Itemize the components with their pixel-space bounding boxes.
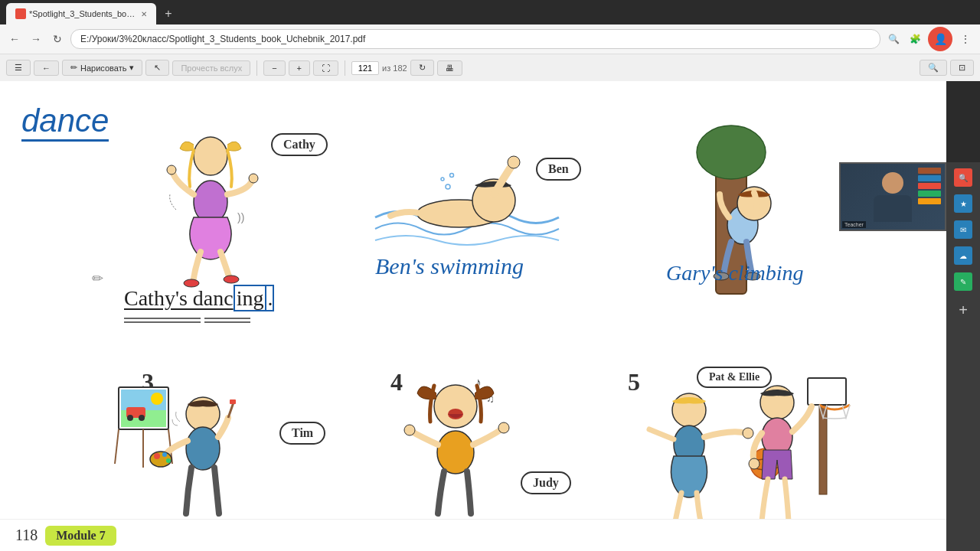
forward-button[interactable]: → bbox=[28, 31, 44, 47]
print-button[interactable]: 🖶 bbox=[437, 60, 462, 76]
dance-word: dance bbox=[21, 103, 109, 142]
svg-point-9 bbox=[508, 156, 520, 168]
sidebar-plus-button[interactable]: + bbox=[959, 302, 968, 319]
extensions-button[interactable]: 🧩 bbox=[906, 31, 923, 47]
svg-point-57 bbox=[749, 458, 760, 469]
webcam-body bbox=[874, 195, 912, 222]
svg-point-2 bbox=[167, 165, 176, 174]
svg-point-0 bbox=[194, 137, 227, 175]
fit-page-button[interactable]: ⛶ bbox=[313, 60, 338, 76]
sidebar-toggle-button[interactable]: ⊡ bbox=[950, 60, 974, 76]
svg-point-11 bbox=[441, 178, 444, 181]
pencil-icon: ✏ bbox=[70, 63, 77, 73]
webcam-bookshelf bbox=[918, 168, 941, 229]
pdf-page: dance Cathy bbox=[0, 81, 946, 551]
tim-name-bubble: Tim bbox=[279, 422, 325, 445]
svg-text:)): )) bbox=[237, 211, 244, 223]
svg-point-37 bbox=[162, 452, 167, 457]
right-sidebar: 🔍 ★ ✉ ☁ ✎ + bbox=[946, 162, 980, 551]
zoom-out-button[interactable]: − bbox=[263, 60, 285, 76]
judy-figure: ♪ ♫ bbox=[398, 364, 521, 517]
svg-point-34 bbox=[186, 427, 220, 470]
dropdown-arrow-icon: ▾ bbox=[129, 63, 134, 73]
webcam-figure bbox=[874, 172, 912, 222]
active-tab[interactable]: *Spotlight_3_Students_book_Uc... ✕ bbox=[6, 3, 156, 24]
bens-swimming-text: Ben's swimming bbox=[375, 253, 524, 279]
avatar: 👤 bbox=[928, 27, 952, 51]
address-input[interactable] bbox=[70, 29, 880, 49]
webcam-label: Teacher bbox=[842, 221, 866, 228]
reload-button[interactable]: ↻ bbox=[49, 31, 66, 47]
draw-label: Нарисовать bbox=[80, 64, 126, 73]
tim-figure bbox=[115, 364, 237, 517]
sidebar-icon-2[interactable]: ★ bbox=[954, 194, 972, 213]
read-label: Прочесть вслух bbox=[181, 64, 242, 73]
webcam-person bbox=[841, 164, 945, 230]
webcam-head bbox=[882, 172, 903, 194]
svg-point-54 bbox=[743, 428, 753, 439]
ben-figure bbox=[375, 133, 559, 271]
sidebar-icon-4[interactable]: ☁ bbox=[954, 246, 972, 265]
svg-point-3 bbox=[249, 174, 258, 183]
judy-name-bubble: Judy bbox=[521, 471, 571, 494]
toolbar-separator-1 bbox=[256, 60, 257, 76]
toolbar-separator-2 bbox=[345, 60, 345, 76]
rotate-button[interactable]: ↻ bbox=[410, 60, 434, 76]
ben-name-bubble: Ben bbox=[536, 158, 581, 181]
svg-point-25 bbox=[151, 393, 163, 405]
svg-point-43 bbox=[434, 385, 477, 428]
svg-rect-49 bbox=[808, 378, 846, 405]
address-bar: ← → ↻ 🔍 🧩 👤 ⋮ bbox=[0, 24, 980, 54]
draw-button[interactable]: ✏ Нарисовать ▾ bbox=[62, 60, 142, 76]
svg-point-46 bbox=[404, 425, 415, 435]
tab-favicon bbox=[15, 8, 26, 19]
svg-line-30 bbox=[115, 429, 119, 464]
section-5: 5 bbox=[628, 368, 640, 396]
sidebar-icon-5[interactable]: ✎ bbox=[954, 272, 972, 291]
tab-bar: *Spotlight_3_Students_book_Uc... ✕ + bbox=[0, 0, 980, 24]
module-bar: 118 Module 7 bbox=[0, 519, 946, 551]
svg-point-47 bbox=[498, 422, 509, 433]
svg-point-29 bbox=[139, 415, 145, 421]
svg-rect-40 bbox=[230, 399, 236, 404]
pat-ellie-figure bbox=[643, 357, 858, 525]
svg-point-45 bbox=[437, 431, 474, 474]
main-area: dance Cathy bbox=[0, 81, 980, 551]
svg-point-12 bbox=[450, 174, 454, 178]
page-number: 118 bbox=[15, 527, 38, 544]
cathy-dancing-text: Cathy's dancing. bbox=[124, 286, 274, 311]
menu-button[interactable]: ⋮ bbox=[957, 31, 974, 47]
pencil-cursor: ✏ bbox=[92, 270, 103, 287]
browser-chrome: *Spotlight_3_Students_book_Uc... ✕ + ← →… bbox=[0, 0, 980, 81]
tab-close-button[interactable]: ✕ bbox=[141, 10, 147, 18]
toolbar-menu-button[interactable]: ☰ bbox=[6, 60, 31, 76]
svg-point-14 bbox=[697, 126, 766, 179]
zoom-in-button[interactable]: + bbox=[289, 60, 310, 76]
svg-point-5 bbox=[224, 276, 239, 283]
search-button[interactable]: 🔍 bbox=[885, 31, 902, 47]
garys-climbing-text: Gary's climbing bbox=[666, 261, 803, 285]
svg-point-28 bbox=[127, 415, 133, 421]
webcam-overlay: Teacher bbox=[839, 162, 946, 231]
read-aloud-button[interactable]: Прочесть вслух bbox=[172, 60, 250, 76]
search-pdf-button[interactable]: 🔍 bbox=[920, 60, 947, 76]
page-total: из 182 bbox=[382, 64, 407, 73]
pdf-toolbar: ☰ ← ✏ Нарисовать ▾ ↖ Прочесть вслух − + … bbox=[0, 54, 980, 81]
sidebar-icon-1[interactable]: 🔍 bbox=[954, 168, 972, 187]
cathy-name-bubble: Cathy bbox=[271, 133, 328, 156]
cathy-figure: )) bbox=[161, 133, 260, 286]
back-button[interactable]: ← bbox=[6, 31, 23, 47]
toolbar-nav-back[interactable]: ← bbox=[34, 60, 59, 76]
page-number-input[interactable] bbox=[351, 61, 379, 75]
cursor-button[interactable]: ↖ bbox=[145, 60, 169, 76]
svg-line-39 bbox=[228, 403, 234, 418]
svg-point-36 bbox=[154, 453, 160, 459]
svg-point-10 bbox=[446, 184, 450, 189]
tab-title: *Spotlight_3_Students_book_Uc... bbox=[29, 9, 136, 18]
sidebar-icon-3[interactable]: ✉ bbox=[954, 220, 972, 239]
cathy-underline-decoration bbox=[124, 315, 277, 329]
new-tab-button[interactable]: + bbox=[159, 5, 178, 23]
svg-point-38 bbox=[166, 458, 171, 463]
module-badge: Module 7 bbox=[45, 526, 116, 546]
